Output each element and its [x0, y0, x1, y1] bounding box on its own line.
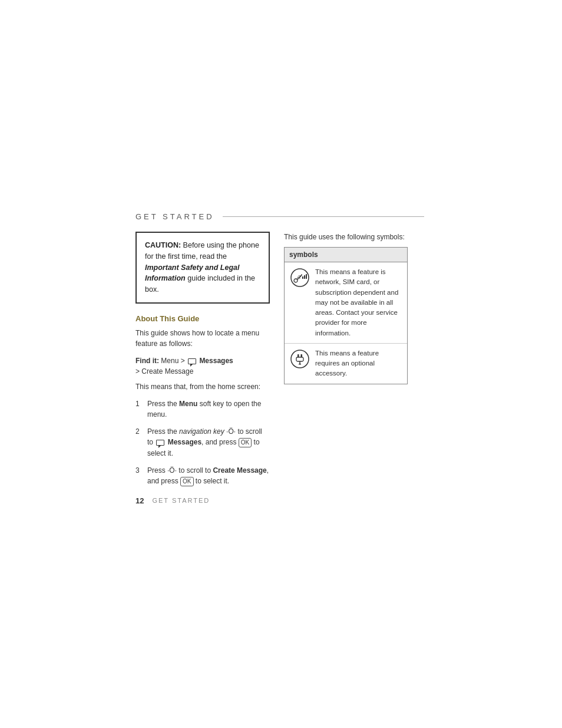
symbol-row-network: A [285, 262, 407, 344]
page-section-label: GET STARTED [152, 497, 210, 504]
page-num: 12 [135, 496, 144, 505]
home-screen-text: This means that, from the home screen: [135, 381, 270, 393]
steps-list: 1 Press the Menu soft key to open the me… [135, 398, 270, 487]
step-1: 1 Press the Menu soft key to open the me… [135, 398, 270, 420]
step-3-text: Press ·Ö· to scroll to Create Message, a… [147, 465, 270, 487]
find-it-line: Find it: Menu > Messages [135, 355, 270, 366]
accessory-symbol-desc: This means a feature requires an optiona… [315, 348, 402, 379]
content-area: GET STARTED CAUTION: Before using the ph… [135, 212, 424, 505]
symbol-row-accessory: This means a feature requires an optiona… [285, 344, 407, 384]
step-2-text: Press the navigation key ·Ö· to scroll t… [147, 426, 270, 459]
find-it-arrow: > Create Message [135, 367, 270, 375]
step-3-num: 3 [135, 465, 143, 487]
svg-rect-4 [306, 274, 307, 279]
step-3: 3 Press ·Ö· to scroll to Create Message,… [135, 465, 270, 487]
svg-point-9 [291, 350, 309, 368]
step-2-num: 2 [135, 426, 143, 459]
network-symbol-desc: This means a feature is network, SIM car… [315, 267, 402, 338]
left-column: CAUTION: Before using the phone for the … [135, 232, 270, 505]
svg-rect-12 [296, 357, 303, 361]
page: GET STARTED CAUTION: Before using the ph… [0, 0, 562, 728]
network-symbol-icon: A [289, 267, 310, 288]
messages-bold: Messages [168, 438, 201, 446]
ok-key-1: OK [239, 438, 252, 447]
svg-rect-14 [299, 364, 301, 365]
find-it-messages: Messages [199, 357, 233, 365]
messages-icon [188, 358, 196, 364]
section-heading: GET STARTED [135, 212, 424, 221]
step-1-num: 1 [135, 398, 143, 420]
two-col-layout: CAUTION: Before using the phone for the … [135, 232, 424, 505]
svg-rect-3 [304, 275, 305, 279]
symbols-intro: This guide uses the following symbols: [284, 232, 424, 242]
svg-point-5 [294, 279, 297, 282]
caution-label: CAUTION: [145, 241, 181, 249]
ok-key-2: OK [180, 477, 193, 486]
nav-symbol-1: ·Ö· [226, 427, 236, 436]
about-heading: About This Guide [135, 314, 270, 323]
heading-line [223, 216, 424, 217]
svg-rect-2 [302, 276, 303, 279]
svg-rect-11 [301, 354, 303, 357]
step-1-text: Press the Menu soft key to open the menu… [147, 398, 270, 420]
nav-symbol-2: ·Ö· [167, 466, 177, 475]
section-heading-text: GET STARTED [135, 212, 223, 221]
create-message-bold: Create Message [213, 466, 266, 475]
accessory-symbol-icon [289, 348, 310, 370]
messages-icon-2 [156, 440, 164, 446]
accessory-icon-svg [290, 349, 310, 369]
about-intro: This guide shows how to locate a menu fe… [135, 328, 270, 350]
network-icon-svg: A [290, 268, 310, 288]
page-number-area: 12 GET STARTED [135, 496, 270, 505]
symbols-header: symbols [285, 248, 407, 262]
right-column: This guide uses the following symbols: s… [284, 232, 424, 384]
nav-key-italic: navigation key [179, 426, 224, 437]
find-it-label: Find it: [135, 357, 159, 365]
caution-box: CAUTION: Before using the phone for the … [135, 232, 270, 304]
step-2: 2 Press the navigation key ·Ö· to scroll… [135, 426, 270, 459]
svg-rect-10 [297, 354, 299, 357]
find-it-menu: Menu > [161, 357, 187, 365]
about-section: About This Guide This guide shows how to… [135, 314, 270, 505]
menu-bold: Menu [179, 400, 197, 408]
symbols-table: symbols A [284, 247, 408, 384]
